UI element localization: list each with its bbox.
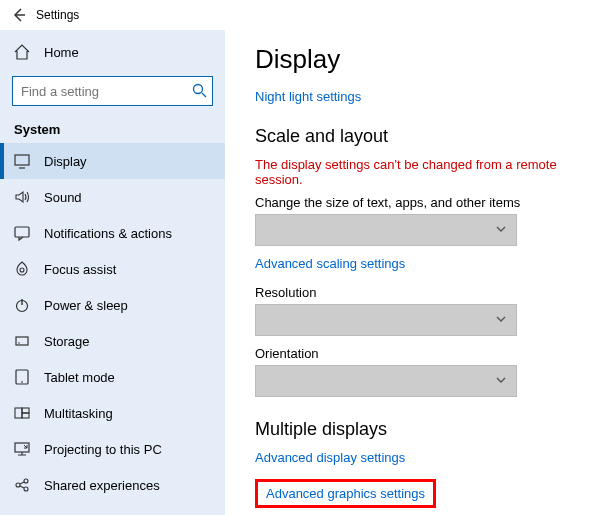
advanced-display-link[interactable]: Advanced display settings [255,450,405,465]
power-icon [12,295,32,315]
sidebar-item-label: Power & sleep [44,298,128,313]
svg-point-6 [18,342,20,344]
projecting-icon [12,439,32,459]
sidebar-item-notifications[interactable]: Notifications & actions [0,215,225,251]
sidebar-item-power-sleep[interactable]: Power & sleep [0,287,225,323]
svg-rect-8 [15,408,22,418]
home-icon [12,42,32,62]
sidebar-item-label: Home [44,45,79,60]
focus-assist-icon [12,259,32,279]
back-button[interactable] [8,7,30,23]
search-icon [191,82,207,98]
page-title: Display [255,44,580,75]
svg-rect-1 [15,155,29,165]
sidebar-item-multitasking[interactable]: Multitasking [0,395,225,431]
sidebar-item-label: Sound [44,190,82,205]
svg-point-14 [24,487,28,491]
sidebar-item-label: Projecting to this PC [44,442,162,457]
orientation-label: Orientation [255,346,580,361]
sidebar: Home System Display Sound [0,30,225,515]
svg-rect-2 [15,227,29,237]
chevron-down-icon [494,312,508,326]
resolution-dropdown[interactable] [255,304,517,336]
sidebar-item-shared-experiences[interactable]: Shared experiences [0,467,225,503]
sidebar-item-display[interactable]: Display [0,143,225,179]
svg-rect-10 [22,413,29,418]
tablet-icon [12,367,32,387]
advanced-scaling-link[interactable]: Advanced scaling settings [255,256,405,271]
scale-label: Change the size of text, apps, and other… [255,195,580,210]
chevron-down-icon [494,373,508,387]
window-title: Settings [36,8,79,22]
chevron-down-icon [494,222,508,236]
sidebar-item-projecting[interactable]: Projecting to this PC [0,431,225,467]
sidebar-item-sound[interactable]: Sound [0,179,225,215]
scale-dropdown[interactable] [255,214,517,246]
sidebar-item-label: Shared experiences [44,478,160,493]
storage-icon [12,331,32,351]
scale-layout-heading: Scale and layout [255,126,580,147]
sidebar-item-label: Focus assist [44,262,116,277]
sidebar-item-tablet-mode[interactable]: Tablet mode [0,359,225,395]
search-input[interactable] [12,76,213,106]
main-content: Display Night light settings Scale and l… [225,30,600,515]
svg-point-3 [20,268,24,272]
remote-session-error: The display settings can't be changed fr… [255,157,580,187]
sidebar-section-header: System [0,114,225,143]
svg-point-13 [24,479,28,483]
sidebar-item-label: Multitasking [44,406,113,421]
window-body: Home System Display Sound [0,30,600,515]
settings-window: { "titlebar": { "title": "Settings" }, "… [0,0,600,515]
search-container [12,76,213,106]
svg-point-12 [16,483,20,487]
sidebar-item-storage[interactable]: Storage [0,323,225,359]
display-icon [12,151,32,171]
night-light-link[interactable]: Night light settings [255,89,361,104]
orientation-dropdown[interactable] [255,365,517,397]
multiple-displays-heading: Multiple displays [255,419,580,440]
multitasking-icon [12,403,32,423]
sidebar-item-label: Tablet mode [44,370,115,385]
sidebar-item-home[interactable]: Home [0,34,225,70]
advanced-graphics-highlight: Advanced graphics settings [255,479,436,508]
svg-point-0 [194,85,203,94]
sidebar-item-focus-assist[interactable]: Focus assist [0,251,225,287]
arrow-left-icon [11,7,27,23]
svg-rect-9 [22,408,29,413]
advanced-graphics-link[interactable]: Advanced graphics settings [266,486,425,501]
sidebar-item-label: Display [44,154,87,169]
notifications-icon [12,223,32,243]
titlebar: Settings [0,0,600,30]
sidebar-item-label: Storage [44,334,90,349]
svg-rect-5 [16,337,28,345]
sound-icon [12,187,32,207]
sidebar-item-label: Notifications & actions [44,226,172,241]
shared-icon [12,475,32,495]
resolution-label: Resolution [255,285,580,300]
